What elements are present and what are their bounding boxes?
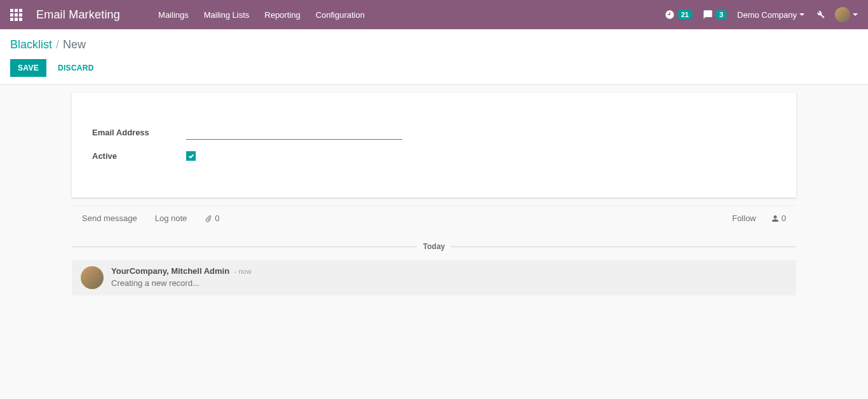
divider-line [451, 247, 796, 247]
email-input[interactable] [186, 125, 402, 140]
active-label: Active [92, 151, 186, 161]
breadcrumb-current: New [63, 38, 86, 51]
chat-icon [703, 10, 713, 20]
message-time: - now [234, 267, 252, 275]
log-note-button[interactable]: Log note [155, 213, 187, 223]
message-author-row: YourCompany, Mitchell Admin - now [111, 266, 252, 276]
nav-mailings[interactable]: Mailings [158, 10, 189, 20]
nav-mailing-lists[interactable]: Mailing Lists [204, 10, 250, 20]
chatter-right: Follow 0 [732, 213, 786, 223]
send-message-button[interactable]: Send message [82, 213, 137, 223]
avatar-icon [835, 7, 850, 22]
nav-menu: Mailings Mailing Lists Reporting Configu… [158, 10, 365, 20]
form-sheet-wrap: Email Address Active [0, 85, 868, 198]
message-author: YourCompany, Mitchell Admin [111, 266, 229, 276]
nav-right: 21 3 Demo Company [665, 7, 858, 22]
wrench-icon [815, 9, 825, 19]
person-icon [771, 215, 779, 222]
user-menu[interactable] [835, 7, 858, 22]
form-sheet: Email Address Active [72, 93, 796, 198]
email-label: Email Address [92, 128, 186, 137]
avatar-icon [81, 266, 104, 289]
apps-icon[interactable] [10, 9, 22, 21]
today-divider: Today [72, 242, 796, 251]
chevron-down-icon [799, 13, 804, 16]
clock-icon [665, 10, 675, 20]
chatter: Send message Log note 0 Follow 0 Today [72, 205, 796, 295]
paperclip-icon [205, 215, 212, 222]
discard-button[interactable]: DISCARD [53, 59, 99, 77]
nav-reporting[interactable]: Reporting [264, 10, 300, 20]
save-button[interactable]: SAVE [10, 59, 46, 77]
main-navbar: Email Marketing Mailings Mailing Lists R… [0, 0, 868, 29]
followers-count: 0 [782, 213, 786, 223]
follow-button[interactable]: Follow [732, 213, 756, 223]
breadcrumb-root[interactable]: Blacklist [10, 38, 52, 51]
messages-button[interactable]: 3 [703, 10, 727, 20]
check-icon [188, 153, 194, 159]
attachments-count: 0 [215, 213, 219, 223]
email-row: Email Address [92, 125, 776, 140]
message-text: Creating a new record... [111, 278, 252, 288]
chevron-down-icon [853, 13, 858, 16]
message-item: YourCompany, Mitchell Admin - now Creati… [72, 260, 796, 295]
company-selector[interactable]: Demo Company [737, 10, 804, 20]
chatter-wrap: Send message Log note 0 Follow 0 Today [0, 198, 868, 295]
breadcrumb-separator: / [56, 38, 59, 51]
activities-button[interactable]: 21 [665, 10, 693, 20]
today-label: Today [417, 242, 451, 251]
active-row: Active [92, 151, 776, 161]
active-checkbox[interactable] [186, 151, 196, 161]
app-title: Email Marketing [36, 8, 120, 22]
attachments-button[interactable]: 0 [205, 213, 219, 223]
message-body: YourCompany, Mitchell Admin - now Creati… [111, 266, 252, 288]
company-name: Demo Company [737, 10, 797, 20]
divider-line [72, 247, 417, 247]
debug-tools-button[interactable] [815, 9, 825, 21]
breadcrumb: Blacklist / New [10, 38, 858, 51]
action-buttons: SAVE DISCARD [10, 59, 858, 77]
nav-configuration[interactable]: Configuration [316, 10, 365, 20]
activities-count: 21 [677, 10, 693, 20]
messages-count: 3 [715, 10, 727, 20]
chatter-topbar: Send message Log note 0 Follow 0 [72, 205, 796, 231]
followers-button[interactable]: 0 [771, 213, 786, 223]
control-bar: Blacklist / New SAVE DISCARD [0, 29, 868, 85]
